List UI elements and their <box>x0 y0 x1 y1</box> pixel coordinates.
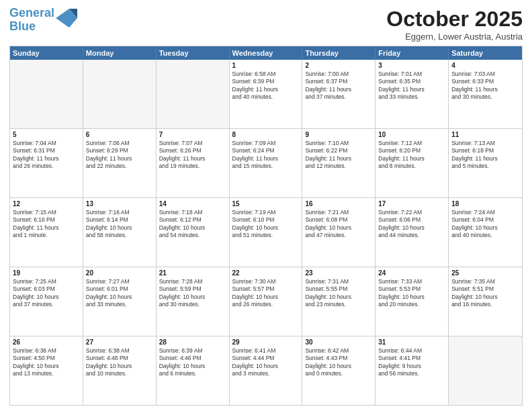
day-number: 25 <box>451 269 519 277</box>
day-number: 15 <box>232 200 300 208</box>
calendar-cell: 19Sunrise: 7:25 AM Sunset: 6:03 PM Dayli… <box>10 267 83 336</box>
day-header: Wednesday <box>230 46 303 60</box>
calendar-cell: 23Sunrise: 7:31 AM Sunset: 5:55 PM Dayli… <box>302 267 375 336</box>
day-number: 27 <box>86 338 153 346</box>
weeks: 1Sunrise: 6:58 AM Sunset: 6:39 PM Daylig… <box>10 60 522 405</box>
day-number: 21 <box>159 269 226 277</box>
calendar-cell: 31Sunrise: 6:44 AM Sunset: 4:41 PM Dayli… <box>375 336 449 405</box>
cell-text: Sunrise: 7:10 AM Sunset: 6:22 PM Dayligh… <box>305 140 372 171</box>
day-number: 1 <box>232 62 300 69</box>
calendar-cell: 27Sunrise: 6:38 AM Sunset: 4:48 PM Dayli… <box>83 336 157 405</box>
cell-text: Sunrise: 7:04 AM Sunset: 6:31 PM Dayligh… <box>13 140 80 171</box>
cell-text: Sunrise: 7:24 AM Sunset: 6:04 PM Dayligh… <box>451 209 519 240</box>
month-title: October 2025 <box>386 7 523 32</box>
page: General Blue October 2025 Eggern, Lower … <box>0 0 532 411</box>
cell-text: Sunrise: 7:09 AM Sunset: 6:24 PM Dayligh… <box>232 140 300 171</box>
day-number: 13 <box>86 200 153 208</box>
cell-text: Sunrise: 7:28 AM Sunset: 5:59 PM Dayligh… <box>159 278 226 309</box>
cell-text: Sunrise: 6:36 AM Sunset: 4:50 PM Dayligh… <box>13 347 80 378</box>
week-row: 12Sunrise: 7:15 AM Sunset: 6:16 PM Dayli… <box>10 197 522 267</box>
day-number: 20 <box>86 269 153 277</box>
day-number: 10 <box>378 131 445 138</box>
cell-text: Sunrise: 7:07 AM Sunset: 6:26 PM Dayligh… <box>159 140 226 171</box>
calendar-cell: 10Sunrise: 7:12 AM Sunset: 6:20 PM Dayli… <box>375 129 449 197</box>
day-header: Tuesday <box>157 46 230 60</box>
day-number: 8 <box>232 131 300 138</box>
cell-text: Sunrise: 7:16 AM Sunset: 6:14 PM Dayligh… <box>86 209 153 240</box>
logo: General Blue <box>9 7 77 34</box>
calendar: SundayMondayTuesdayWednesdayThursdayFrid… <box>9 46 523 406</box>
calendar-cell <box>449 336 522 405</box>
cell-text: Sunrise: 7:30 AM Sunset: 5:57 PM Dayligh… <box>232 278 300 309</box>
calendar-cell: 4Sunrise: 7:03 AM Sunset: 6:33 PM Daylig… <box>449 60 522 128</box>
calendar-cell: 22Sunrise: 7:30 AM Sunset: 5:57 PM Dayli… <box>230 267 303 336</box>
day-number: 6 <box>86 131 153 138</box>
calendar-cell: 24Sunrise: 7:33 AM Sunset: 5:53 PM Dayli… <box>375 267 449 336</box>
calendar-cell <box>83 60 157 128</box>
logo-text: General Blue <box>9 7 54 34</box>
calendar-cell: 13Sunrise: 7:16 AM Sunset: 6:14 PM Dayli… <box>83 198 157 267</box>
calendar-cell: 25Sunrise: 7:35 AM Sunset: 5:51 PM Dayli… <box>449 267 522 336</box>
week-row: 26Sunrise: 6:36 AM Sunset: 4:50 PM Dayli… <box>10 336 522 405</box>
logo-icon <box>56 9 77 28</box>
day-number: 23 <box>305 269 372 277</box>
cell-text: Sunrise: 7:22 AM Sunset: 6:06 PM Dayligh… <box>378 209 445 240</box>
cell-text: Sunrise: 7:25 AM Sunset: 6:03 PM Dayligh… <box>13 278 80 309</box>
day-header: Sunday <box>10 46 83 60</box>
day-number: 31 <box>378 338 445 346</box>
day-number: 11 <box>451 131 519 138</box>
day-number: 7 <box>159 131 226 138</box>
day-header: Friday <box>375 46 449 60</box>
day-number: 22 <box>232 269 300 277</box>
cell-text: Sunrise: 7:03 AM Sunset: 6:33 PM Dayligh… <box>451 71 519 101</box>
day-number: 9 <box>305 131 372 138</box>
cell-text: Sunrise: 6:58 AM Sunset: 6:39 PM Dayligh… <box>232 71 300 101</box>
calendar-cell: 8Sunrise: 7:09 AM Sunset: 6:24 PM Daylig… <box>230 129 303 197</box>
calendar-cell <box>157 60 230 128</box>
week-row: 1Sunrise: 6:58 AM Sunset: 6:39 PM Daylig… <box>10 60 522 128</box>
cell-text: Sunrise: 7:12 AM Sunset: 6:20 PM Dayligh… <box>378 140 445 171</box>
cell-text: Sunrise: 7:19 AM Sunset: 6:10 PM Dayligh… <box>232 209 300 240</box>
day-number: 26 <box>13 338 80 346</box>
header: General Blue October 2025 Eggern, Lower … <box>9 7 523 42</box>
day-number: 2 <box>305 62 372 69</box>
day-number: 3 <box>378 62 445 69</box>
calendar-cell: 16Sunrise: 7:21 AM Sunset: 6:08 PM Dayli… <box>302 198 375 267</box>
day-header: Thursday <box>302 46 375 60</box>
cell-text: Sunrise: 7:01 AM Sunset: 6:35 PM Dayligh… <box>378 71 445 101</box>
cell-text: Sunrise: 7:00 AM Sunset: 6:37 PM Dayligh… <box>305 71 372 101</box>
day-header: Saturday <box>449 46 522 60</box>
cell-text: Sunrise: 7:13 AM Sunset: 6:18 PM Dayligh… <box>451 140 519 171</box>
day-number: 4 <box>451 62 519 69</box>
day-header: Monday <box>83 46 157 60</box>
calendar-cell: 29Sunrise: 6:41 AM Sunset: 4:44 PM Dayli… <box>230 336 303 405</box>
calendar-cell: 21Sunrise: 7:28 AM Sunset: 5:59 PM Dayli… <box>157 267 230 336</box>
week-row: 19Sunrise: 7:25 AM Sunset: 6:03 PM Dayli… <box>10 267 522 336</box>
day-number: 19 <box>13 269 80 277</box>
calendar-cell: 6Sunrise: 7:06 AM Sunset: 6:29 PM Daylig… <box>83 129 157 197</box>
day-number: 5 <box>13 131 80 138</box>
cell-text: Sunrise: 7:06 AM Sunset: 6:29 PM Dayligh… <box>86 140 153 171</box>
cell-text: Sunrise: 7:31 AM Sunset: 5:55 PM Dayligh… <box>305 278 372 309</box>
calendar-cell: 26Sunrise: 6:36 AM Sunset: 4:50 PM Dayli… <box>10 336 83 405</box>
calendar-cell <box>10 60 83 128</box>
calendar-cell: 17Sunrise: 7:22 AM Sunset: 6:06 PM Dayli… <box>375 198 449 267</box>
calendar-cell: 28Sunrise: 6:39 AM Sunset: 4:46 PM Dayli… <box>157 336 230 405</box>
calendar-cell: 12Sunrise: 7:15 AM Sunset: 6:16 PM Dayli… <box>10 198 83 267</box>
week-row: 5Sunrise: 7:04 AM Sunset: 6:31 PM Daylig… <box>10 128 522 197</box>
calendar-cell: 5Sunrise: 7:04 AM Sunset: 6:31 PM Daylig… <box>10 129 83 197</box>
cell-text: Sunrise: 7:27 AM Sunset: 6:01 PM Dayligh… <box>86 278 153 309</box>
calendar-cell: 1Sunrise: 6:58 AM Sunset: 6:39 PM Daylig… <box>230 60 303 128</box>
day-number: 12 <box>13 200 80 208</box>
calendar-cell: 9Sunrise: 7:10 AM Sunset: 6:22 PM Daylig… <box>302 129 375 197</box>
day-number: 14 <box>159 200 226 208</box>
cell-text: Sunrise: 6:38 AM Sunset: 4:48 PM Dayligh… <box>86 347 153 378</box>
calendar-cell: 30Sunrise: 6:42 AM Sunset: 4:43 PM Dayli… <box>302 336 375 405</box>
calendar-cell: 7Sunrise: 7:07 AM Sunset: 6:26 PM Daylig… <box>157 129 230 197</box>
cell-text: Sunrise: 7:33 AM Sunset: 5:53 PM Dayligh… <box>378 278 445 309</box>
day-number: 18 <box>451 200 519 208</box>
cell-text: Sunrise: 7:21 AM Sunset: 6:08 PM Dayligh… <box>305 209 372 240</box>
calendar-cell: 20Sunrise: 7:27 AM Sunset: 6:01 PM Dayli… <box>83 267 157 336</box>
day-headers: SundayMondayTuesdayWednesdayThursdayFrid… <box>10 46 522 60</box>
cell-text: Sunrise: 7:15 AM Sunset: 6:16 PM Dayligh… <box>13 209 80 240</box>
